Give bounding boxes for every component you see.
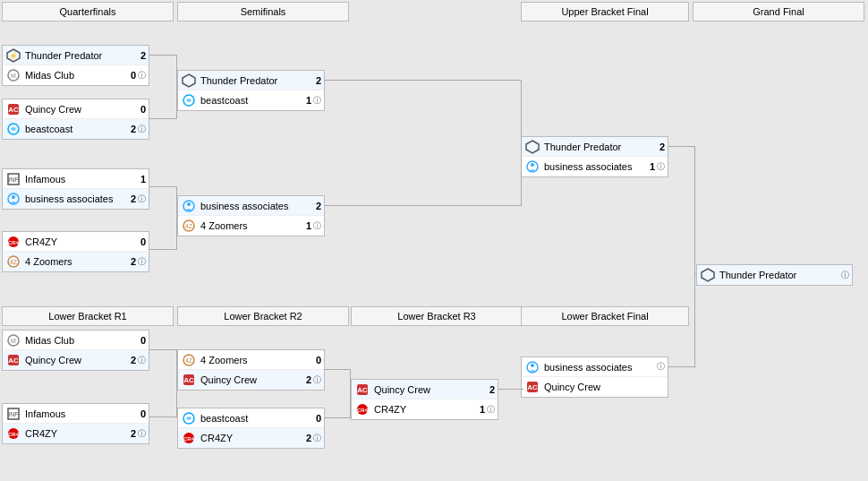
match-lr2-1-team2-score: 2 <box>299 374 311 385</box>
match-sf1-team2-score: 1 <box>299 95 311 106</box>
info-icon-lr3[interactable]: ⓘ <box>487 404 495 416</box>
match-lr1-1-team2-name: Quincy Crew <box>25 355 123 365</box>
match-ubf-team1: Thunder Predator 2 <box>522 137 668 157</box>
info-icon-qf2[interactable]: ⓘ <box>138 124 146 135</box>
match-sf1: Thunder Predator 2 beastcoast 1 ⓘ <box>177 70 325 111</box>
match-lbf-team1-name: business associates <box>544 362 655 373</box>
logo-quincy-lr2: AC <box>181 372 197 388</box>
match-lr2-2-team2-score: 2 <box>299 433 311 443</box>
info-icon-lbf[interactable]: ⓘ <box>657 361 665 373</box>
svg-text:AC: AC <box>357 386 368 394</box>
svg-text:M: M <box>11 338 16 344</box>
match-qf3: INF Infamous 1 business associates 2 ⓘ <box>2 168 149 210</box>
logo-quincy-lr3: AC <box>354 382 370 398</box>
connector-sf1-entry <box>176 80 177 81</box>
logo-cr4zy: CR4 <box>5 234 21 250</box>
match-sf2-team1-name: business associates <box>200 201 309 211</box>
match-qf3-team2-score: 2 <box>123 193 136 204</box>
match-sf2: business associates 2 4Z 4 Zoomers 1 ⓘ <box>177 195 325 236</box>
svg-text:AC: AC <box>183 376 194 384</box>
info-icon-sf1[interactable]: ⓘ <box>313 95 321 107</box>
connector-qf1-sf1-h <box>149 55 176 56</box>
info-icon-lr1-2[interactable]: ⓘ <box>138 428 146 440</box>
info-icon-qf3[interactable]: ⓘ <box>138 193 146 205</box>
info-icon-ubf[interactable]: ⓘ <box>657 161 665 173</box>
info-icon-qf4[interactable]: ⓘ <box>138 256 146 268</box>
info-icon-qf1[interactable]: ⓘ <box>138 70 146 82</box>
match-qf4-team1: CR4 CR4ZY 0 <box>3 232 149 252</box>
info-icon-gf[interactable]: ⓘ <box>841 270 849 281</box>
match-qf2-team1-name: Quincy Crew <box>25 104 133 115</box>
match-qf4-team2: 4Z 4 Zoomers 2 ⓘ <box>3 252 149 271</box>
match-ubf-team2-score: 1 <box>642 161 655 172</box>
match-qf4-team1-name: CR4ZY <box>25 236 133 247</box>
match-qf2-team1-score: 0 <box>133 104 146 115</box>
match-sf2-team1-score: 2 <box>309 201 321 211</box>
connector-qf3-qf4-v <box>176 186 177 250</box>
connector-sf1-sf2-v <box>521 80 522 206</box>
match-qf1-team1: ⚡ Thunder Predator 2 <box>3 46 149 65</box>
match-lr1-2-team2: CR4 CR4ZY 2 ⓘ <box>3 424 149 443</box>
match-qf4-team1-score: 0 <box>133 236 146 247</box>
match-lbf-team1: business associates ⓘ <box>522 357 668 377</box>
connector-ubf-gf-h <box>668 146 695 147</box>
match-lr2-2: beastcoast 0 CR4 CR4ZY 2 ⓘ <box>177 408 325 449</box>
match-lr1-2-team2-score: 2 <box>123 428 136 439</box>
match-sf2-team2-name: 4 Zoomers <box>200 220 299 231</box>
logo-beastcoast-lr2 <box>181 410 197 426</box>
logo-4zoomers-sf2: 4Z <box>181 218 197 234</box>
logo-thunder-ubf <box>524 139 540 155</box>
connector-sf1-ubf-h <box>325 80 522 81</box>
match-lr2-2-team1-score: 0 <box>309 413 321 424</box>
match-qf1-team2-score: 0 <box>123 70 136 81</box>
logo-business-sf2 <box>181 198 197 214</box>
match-lr2-1: 4Z 4 Zoomers 0 AC Quincy Crew 2 ⓘ <box>177 349 325 391</box>
match-qf1-team2: M Midas Club 0 ⓘ <box>3 65 149 85</box>
match-qf1-team1-name: Thunder Predator <box>25 50 133 61</box>
match-lr2-2-team1-name: beastcoast <box>200 413 309 424</box>
match-lr1-1-team2: AC Quincy Crew 2 ⓘ <box>3 350 149 370</box>
connector-lr3-lbf-h <box>498 389 523 390</box>
match-qf1-team2-name: Midas Club <box>25 70 123 81</box>
header-lower-r1: Lower Bracket R1 <box>2 306 174 326</box>
match-qf3-team1-name: Infamous <box>25 174 133 185</box>
info-icon-sf2[interactable]: ⓘ <box>313 220 321 232</box>
match-qf3-team1: INF Infamous 1 <box>3 169 149 189</box>
logo-thunder-gf <box>700 267 716 283</box>
match-sf1-team2: beastcoast 1 ⓘ <box>178 90 324 110</box>
info-icon-lr1-1[interactable]: ⓘ <box>138 355 146 366</box>
match-lr2-1-team2-name: Quincy Crew <box>200 374 299 385</box>
logo-thunder-predator-sf1 <box>181 73 197 89</box>
connector-lr1-v <box>176 349 177 417</box>
match-sf2-team1: business associates 2 <box>178 196 324 216</box>
svg-text:4Z: 4Z <box>10 259 18 265</box>
match-sf2-team2: 4Z 4 Zoomers 1 ⓘ <box>178 216 324 236</box>
logo-midas-club: M <box>5 67 21 83</box>
svg-text:⚡: ⚡ <box>9 51 18 60</box>
svg-marker-15 <box>183 74 195 87</box>
match-qf3-team2-name: business associates <box>25 193 123 204</box>
match-lr1-1-team2-score: 2 <box>123 355 136 365</box>
logo-beastcoast <box>5 121 21 137</box>
match-gf-team1: Thunder Predator ⓘ <box>697 265 852 285</box>
match-lr1-1-team1-name: Midas Club <box>25 335 133 346</box>
connector-lr2-2-lr3-h <box>325 417 350 418</box>
match-qf2-team2: beastcoast 2 ⓘ <box>3 119 149 139</box>
match-sf1-team2-name: beastcoast <box>200 95 299 106</box>
logo-quincy-lr1: AC <box>5 352 21 368</box>
connector-ubf-gf-v <box>694 146 695 274</box>
info-icon-lr2-2[interactable]: ⓘ <box>313 433 321 444</box>
svg-text:CR4: CR4 <box>8 432 20 437</box>
svg-text:CR4: CR4 <box>8 240 20 245</box>
match-lbf-team2: AC Quincy Crew <box>522 377 668 397</box>
match-qf1-team1-score: 2 <box>133 50 146 61</box>
match-lr1-2-team2-name: CR4ZY <box>25 428 123 439</box>
connector-qf2-sf1-h <box>149 118 176 119</box>
match-lr2-1-team1: 4Z 4 Zoomers 0 <box>178 350 324 370</box>
match-lr1-1: M Midas Club 0 AC Quincy Crew 2 ⓘ <box>2 330 149 371</box>
info-icon-lr2-1[interactable]: ⓘ <box>313 374 321 386</box>
header-lower-r3: Lower Bracket R3 <box>351 306 523 326</box>
match-ubf-team2-name: business associates <box>544 161 642 172</box>
connector-lbf-gf-v <box>694 273 695 368</box>
connector-lr1-2-lr2-h <box>149 417 176 417</box>
